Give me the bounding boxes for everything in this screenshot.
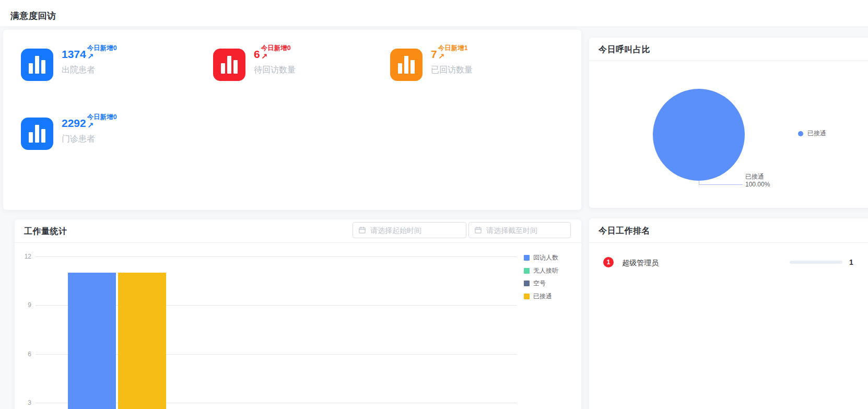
rank-progress-bar [790, 261, 842, 264]
stat-card-discharged-patients[interactable]: 1374 今日新增0↗ 出院患者 [21, 49, 117, 81]
end-date-picker[interactable] [468, 222, 571, 238]
legend-label: 回访人数 [533, 253, 558, 262]
legend-label: 空号 [533, 279, 546, 288]
trend-up-icon: ↗ [261, 53, 268, 60]
bar-chart-icon [213, 49, 245, 81]
pie-callout-label: 已接通 100.00% [745, 173, 770, 189]
stat-label: 待回访数量 [254, 65, 296, 76]
y-axis-tick: 3 [15, 399, 31, 406]
legend-square-icon [524, 268, 530, 274]
panel-title: 今日工作排名 [599, 218, 650, 243]
y-axis-tick: 6 [15, 350, 31, 358]
page-header: 满意度回访 [0, 0, 868, 27]
y-axis-tick: 9 [15, 301, 31, 309]
gridline [36, 256, 517, 257]
stat-label: 门诊患者 [62, 134, 117, 145]
stat-new-today: 今日新增0 [87, 114, 117, 121]
start-date-picker[interactable] [353, 222, 466, 238]
rank-value: 1 [849, 258, 853, 266]
legend-item-已接通[interactable]: 已接通 [524, 292, 552, 301]
pie-callout-percent: 100.00% [745, 181, 770, 189]
rank-badge: 1 [603, 257, 614, 267]
stat-new-today: 今日新增1 [438, 45, 468, 52]
end-date-input[interactable] [486, 226, 565, 235]
pie-callout-line [699, 181, 699, 184]
ranking-row: 1超级管理员1 [589, 257, 868, 276]
bar-chart-icon [21, 49, 53, 81]
stat-label: 出院患者 [62, 65, 117, 76]
stat-new-today: 今日新增0 [87, 45, 117, 52]
stat-card-pending-followup[interactable]: 6 今日新增0↗ 待回访数量 [213, 49, 296, 81]
stat-card-outpatients[interactable]: 2292 今日新增0↗ 门诊患者 [21, 118, 117, 150]
bar-chart-icon [390, 49, 423, 81]
rank-name: 超级管理员 [622, 259, 659, 268]
stat-new-today: 今日新增0 [261, 45, 291, 52]
stat-card-completed-followup[interactable]: 7 今日新增1↗ 已回访数量 [390, 49, 473, 81]
panel-title: 工作量统计 [24, 219, 67, 243]
legend-item-空号[interactable]: 空号 [524, 279, 546, 288]
legend-label: 已接通 [807, 129, 826, 138]
bar-chart-icon [21, 118, 53, 150]
panel-header: 今日呼叫占比 [589, 38, 868, 61]
pie-callout-name: 已接通 [745, 173, 770, 181]
legend-label: 无人接听 [533, 266, 558, 275]
stat-value: 6 [254, 48, 260, 60]
legend-item-回访人数[interactable]: 回访人数 [524, 253, 558, 262]
ranking-panel: 今日工作排名 1超级管理员1 [589, 218, 868, 409]
call-ratio-panel: 今日呼叫占比 已接通 100.00% 已接通 [589, 38, 868, 208]
panel-header: 工作量统计 [15, 219, 581, 243]
stats-panel: 1374 今日新增0↗ 出院患者 6 今日新增0↗ 待回访数量 7 今日新增1↗… [3, 30, 581, 210]
page-title: 满意度回访 [10, 10, 56, 22]
legend-square-icon [524, 255, 530, 261]
trend-up-icon: ↗ [438, 53, 445, 60]
trend-up-icon: ↗ [87, 122, 94, 129]
legend-square-icon [524, 281, 530, 286]
pie-callout-line [699, 184, 743, 185]
bar-已接通[interactable] [118, 273, 166, 409]
bar-回访人数[interactable] [68, 273, 116, 409]
trend-up-icon: ↗ [87, 53, 94, 60]
calendar-icon [358, 226, 366, 234]
pie-legend-item[interactable]: 已接通 [798, 129, 826, 138]
y-axis-tick: 12 [15, 253, 31, 260]
calendar-icon [474, 226, 482, 234]
legend-item-无人接听[interactable]: 无人接听 [524, 266, 558, 275]
pie-slice[interactable] [653, 89, 745, 181]
start-date-input[interactable] [370, 226, 461, 235]
panel-title: 今日呼叫占比 [599, 38, 650, 61]
legend-dot-icon [798, 131, 803, 136]
legend-label: 已接通 [533, 292, 552, 301]
legend-square-icon [524, 294, 530, 299]
stat-value: 7 [431, 48, 437, 60]
stat-value: 2292 [62, 117, 86, 129]
workload-panel: 工作量统计 12963回访人数无人接听空号已接通 [15, 219, 581, 409]
stat-value: 1374 [62, 48, 86, 60]
panel-header: 今日工作排名 [589, 218, 868, 243]
stat-label: 已回访数量 [431, 65, 473, 76]
